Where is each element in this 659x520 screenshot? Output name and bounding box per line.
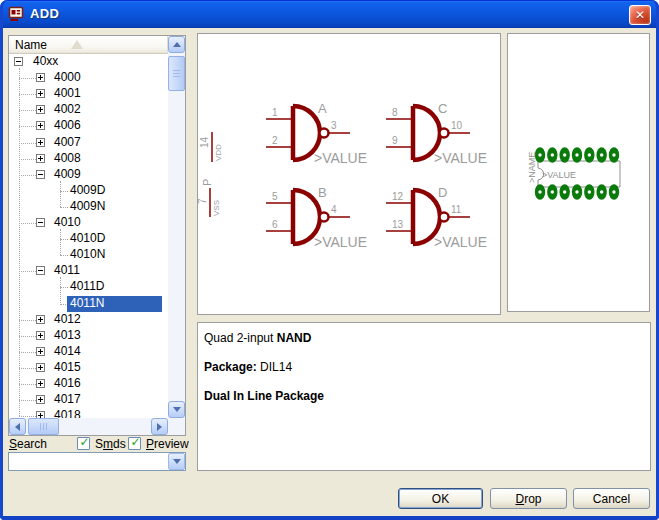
tree-item-label: 4001 xyxy=(51,86,84,102)
tree-item-4011D[interactable]: 4011D xyxy=(9,279,168,295)
expand-plus-icon[interactable] xyxy=(36,89,45,98)
ok-button[interactable]: OK xyxy=(398,488,483,509)
search-combo xyxy=(8,452,186,471)
tree-connector-line xyxy=(19,68,20,416)
smds-checkbox[interactable] xyxy=(77,437,90,450)
svg-text:6: 6 xyxy=(272,219,278,230)
collapse-minus-icon[interactable] xyxy=(14,57,23,66)
add-dialog: ADD Name 40xx400040014002400640074008400… xyxy=(0,0,659,520)
vertical-scroll-thumb[interactable] xyxy=(168,56,185,91)
svg-text:>VALUE: >VALUE xyxy=(434,150,487,166)
collapse-minus-icon[interactable] xyxy=(36,266,45,275)
tree-item-4009[interactable]: 4009 xyxy=(9,167,168,183)
expand-plus-icon[interactable] xyxy=(36,121,45,130)
expand-plus-icon[interactable] xyxy=(36,363,45,372)
arrow-up-icon xyxy=(173,42,181,47)
svg-text:10: 10 xyxy=(451,120,463,131)
scroll-up-button[interactable] xyxy=(168,36,185,53)
tree-item-4011[interactable]: 4011 xyxy=(9,263,168,279)
svg-text:>NAME: >NAME xyxy=(527,152,537,183)
sort-ascending-icon xyxy=(71,40,83,49)
tree-list: 40xx40004001400240064007400840094009D400… xyxy=(9,54,168,418)
expand-plus-icon[interactable] xyxy=(36,331,45,340)
tree-item-4017[interactable]: 4017 xyxy=(9,392,168,408)
tree-horizontal-scrollbar[interactable] xyxy=(9,418,168,435)
tree-item-label: 4011D xyxy=(67,279,107,295)
tree-connector-line xyxy=(60,277,61,303)
tree-item-4018[interactable]: 4018 xyxy=(9,408,168,418)
tree-item-4015[interactable]: 4015 xyxy=(9,360,168,376)
tree-item-4012[interactable]: 4012 xyxy=(9,312,168,328)
combo-dropdown-button[interactable] xyxy=(168,453,185,470)
drop-button[interactable]: Drop xyxy=(490,488,567,509)
eagle-app-icon xyxy=(8,6,24,22)
tree-item-label: 4016 xyxy=(51,376,84,392)
svg-text:1: 1 xyxy=(272,107,278,118)
svg-text:9: 9 xyxy=(392,135,398,146)
svg-text:>VALUE: >VALUE xyxy=(314,150,367,166)
tree-item-4008[interactable]: 4008 xyxy=(9,151,168,167)
tree-item-4011N[interactable]: 4011N xyxy=(9,296,168,312)
tree-vertical-scrollbar[interactable] xyxy=(168,36,185,418)
preview-checkbox[interactable] xyxy=(128,437,141,450)
tree-item-4006[interactable]: 4006 xyxy=(9,118,168,134)
svg-text:4: 4 xyxy=(331,204,337,215)
expand-plus-icon[interactable] xyxy=(36,73,45,82)
smds-label[interactable]: Smds xyxy=(95,437,126,451)
tree-item-4010D[interactable]: 4010D xyxy=(9,231,168,247)
expand-plus-icon[interactable] xyxy=(36,138,45,147)
chevron-down-icon xyxy=(173,459,181,464)
scrollbar-corner xyxy=(168,418,185,435)
tree-item-40xx[interactable]: 40xx xyxy=(9,54,168,70)
expand-plus-icon[interactable] xyxy=(36,411,45,418)
expand-plus-icon[interactable] xyxy=(36,105,45,114)
tree-item-4007[interactable]: 4007 xyxy=(9,135,168,151)
description-line-package-type: Dual In Line Package xyxy=(204,389,644,403)
window-title: ADD xyxy=(30,6,59,21)
preview-label[interactable]: Preview xyxy=(146,437,189,451)
svg-text:13: 13 xyxy=(392,219,404,230)
expand-plus-icon[interactable] xyxy=(36,379,45,388)
search-input[interactable] xyxy=(10,454,170,469)
expand-plus-icon[interactable] xyxy=(36,395,45,404)
svg-text:D: D xyxy=(438,185,447,200)
tree-item-label: 4018 xyxy=(51,408,84,418)
tree-item-4000[interactable]: 4000 xyxy=(9,70,168,86)
tree-item-label: 4010 xyxy=(51,215,84,231)
arrow-left-icon xyxy=(15,423,20,431)
expand-plus-icon[interactable] xyxy=(36,315,45,324)
tree-item-label: 4013 xyxy=(51,328,84,344)
tree-item-label: 4011 xyxy=(51,263,83,279)
scroll-left-button[interactable] xyxy=(9,418,26,435)
tree-item-4009D[interactable]: 4009D xyxy=(9,183,168,199)
svg-text:3: 3 xyxy=(331,120,337,131)
tree-item-4002[interactable]: 4002 xyxy=(9,102,168,118)
tree-item-label: 4015 xyxy=(51,360,84,376)
tree-item-4010[interactable]: 4010 xyxy=(9,215,168,231)
tree-item-label: 4002 xyxy=(51,102,84,118)
tree-item-4001[interactable]: 4001 xyxy=(9,86,168,102)
tree-item-4016[interactable]: 4016 xyxy=(9,376,168,392)
expand-plus-icon[interactable] xyxy=(36,154,45,163)
close-button[interactable] xyxy=(629,5,651,25)
expand-plus-icon[interactable] xyxy=(36,347,45,356)
tree-item-4014[interactable]: 4014 xyxy=(9,344,168,360)
tree-item-label: 4009N xyxy=(67,199,108,215)
collapse-minus-icon[interactable] xyxy=(36,170,45,179)
collapse-minus-icon[interactable] xyxy=(36,218,45,227)
scroll-right-button[interactable] xyxy=(151,418,168,435)
scroll-down-button[interactable] xyxy=(168,401,185,418)
svg-text:>VALUE: >VALUE xyxy=(314,234,367,250)
tree-item-label: 4006 xyxy=(51,118,84,134)
tree-item-4010N[interactable]: 4010N xyxy=(9,247,168,263)
title-bar[interactable]: ADD xyxy=(0,0,659,28)
tree-item-4013[interactable]: 4013 xyxy=(9,328,168,344)
horizontal-scroll-thumb[interactable] xyxy=(28,418,59,435)
svg-text:>VALUE: >VALUE xyxy=(542,170,576,180)
tree-item-4009N[interactable]: 4009N xyxy=(9,199,168,215)
tree-item-label: 4007 xyxy=(51,135,84,151)
cancel-button[interactable]: Cancel xyxy=(573,488,650,509)
tree-header-name-column[interactable]: Name xyxy=(9,36,168,54)
tree-item-label: 4011N xyxy=(67,296,162,312)
svg-text:7: 7 xyxy=(198,198,208,204)
